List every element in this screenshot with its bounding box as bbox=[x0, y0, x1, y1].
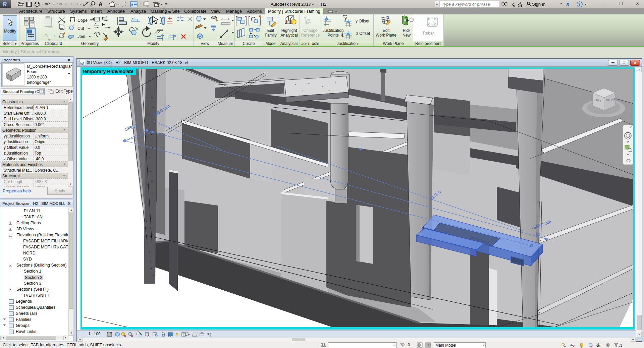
svg-text:Paste: Paste bbox=[45, 34, 55, 38]
svg-text:Cut: Cut bbox=[77, 26, 84, 31]
svg-text:Join: Join bbox=[77, 34, 85, 39]
svg-text:A: A bbox=[99, 1, 103, 7]
svg-text:X: X bbox=[566, 1, 570, 7]
svg-text:?: ? bbox=[578, 2, 581, 6]
svg-text:y: y bbox=[345, 17, 346, 20]
svg-text:1: 1 bbox=[92, 2, 94, 5]
svg-text:Cope: Cope bbox=[77, 18, 88, 23]
svg-text::1: :1 bbox=[619, 343, 622, 347]
